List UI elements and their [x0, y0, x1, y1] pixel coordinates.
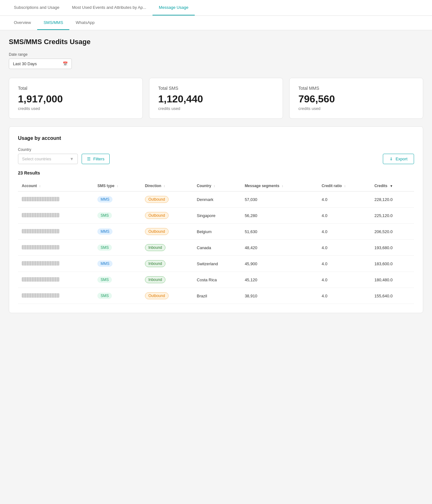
country-select-placeholder: Select countries — [22, 157, 51, 161]
date-range-label: Date range — [9, 52, 423, 57]
usage-section: Usage by account Country Select countrie… — [9, 126, 423, 313]
cell-account — [18, 256, 94, 272]
cell-country: Switzerland — [193, 256, 241, 272]
tab-whatsapp[interactable]: WhatsApp — [69, 16, 101, 30]
col-direction[interactable]: Direction ↕ — [141, 180, 193, 192]
sms-type-badge: MMS — [97, 228, 112, 235]
direction-badge: Outbound — [145, 228, 169, 235]
stat-mms-label: Total MMS — [298, 86, 414, 91]
cell-direction: Outbound — [141, 208, 193, 224]
date-range-group: Date range Last 30 Days 📅 — [9, 52, 423, 69]
cell-direction: Inbound — [141, 240, 193, 256]
chevron-down-icon: ▼ — [70, 157, 74, 161]
sort-icon-credit-ratio: ↕ — [344, 184, 346, 188]
results-count: 23 Results — [18, 170, 414, 175]
usage-section-title: Usage by account — [18, 135, 414, 141]
cell-credits: 183,600.0 — [371, 256, 414, 272]
table-header: Account ↕ SMS type ↕ Direction ↕ Country… — [18, 180, 414, 192]
calendar-icon: 📅 — [63, 61, 68, 66]
tab-overview[interactable]: Overview — [8, 16, 37, 30]
filters-button-label: Filters — [93, 157, 104, 161]
cell-country: Costa Rica — [193, 272, 241, 288]
export-button[interactable]: ⇓ Export — [383, 154, 414, 164]
cell-credit-ratio: 4.0 — [318, 192, 371, 208]
direction-badge: Outbound — [145, 292, 169, 299]
tab-most-used[interactable]: Most Used Events and Attributes by Ap... — [66, 0, 153, 15]
stat-sms-sublabel: credits used — [158, 106, 274, 111]
table-row: SMS Outbound Brazil 38,910 4.0 155,640.0 — [18, 288, 414, 304]
account-blurred — [22, 277, 60, 282]
sms-type-badge: SMS — [97, 277, 112, 283]
tab-sms-mms[interactable]: SMS/MMS — [37, 16, 69, 30]
cell-credit-ratio: 4.0 — [318, 224, 371, 240]
stat-sms-label: Total SMS — [158, 86, 274, 91]
cell-country: Brazil — [193, 288, 241, 304]
export-button-label: Export — [395, 157, 407, 161]
stat-card-total: Total 1,917,000 credits used — [9, 78, 143, 119]
sort-icon-account: ↕ — [39, 184, 41, 188]
date-range-input[interactable]: Last 30 Days 📅 — [9, 59, 72, 69]
cell-message-segments: 56,280 — [241, 208, 318, 224]
cell-sms-type: SMS — [94, 272, 141, 288]
sms-type-badge: MMS — [97, 261, 112, 267]
cell-direction: Inbound — [141, 256, 193, 272]
top-tab-bar: Subscriptions and Usage Most Used Events… — [0, 0, 432, 16]
cell-account — [18, 240, 94, 256]
stat-total-value: 1,917,000 — [18, 93, 134, 105]
country-filter-label: Country — [18, 147, 78, 152]
cell-message-segments: 48,420 — [241, 240, 318, 256]
cell-account — [18, 208, 94, 224]
sms-type-badge: MMS — [97, 196, 112, 203]
tab-message-usage[interactable]: Message Usage — [153, 0, 195, 15]
sms-type-badge: SMS — [97, 212, 112, 219]
stat-mms-sublabel: credits used — [298, 106, 414, 111]
date-range-value: Last 30 Days — [13, 61, 37, 66]
cell-account — [18, 192, 94, 208]
cell-account — [18, 272, 94, 288]
cell-sms-type: SMS — [94, 240, 141, 256]
cell-credits: 228,120.0 — [371, 192, 414, 208]
table-row: MMS Inbound Switzerland 45,900 4.0 183,6… — [18, 256, 414, 272]
col-message-segments[interactable]: Message segments ↕ — [241, 180, 318, 192]
cell-direction: Inbound — [141, 272, 193, 288]
stat-total-label: Total — [18, 86, 134, 91]
col-credit-ratio[interactable]: Credit ratio ↕ — [318, 180, 371, 192]
stats-row: Total 1,917,000 credits used Total SMS 1… — [9, 78, 423, 119]
cell-message-segments: 57,030 — [241, 192, 318, 208]
download-icon: ⇓ — [389, 157, 393, 161]
cell-credit-ratio: 4.0 — [318, 272, 371, 288]
account-blurred — [22, 293, 60, 298]
col-account[interactable]: Account ↕ — [18, 180, 94, 192]
cell-credits: 206,520.0 — [371, 224, 414, 240]
cell-credit-ratio: 4.0 — [318, 240, 371, 256]
col-credits[interactable]: Credits ▼ — [371, 180, 414, 192]
col-country[interactable]: Country ↕ — [193, 180, 241, 192]
col-sms-type[interactable]: SMS type ↕ — [94, 180, 141, 192]
cell-credit-ratio: 4.0 — [318, 208, 371, 224]
table-row: MMS Outbound Belgium 51,630 4.0 206,520.… — [18, 224, 414, 240]
sort-icon-sms-type: ↕ — [117, 184, 118, 188]
cell-direction: Outbound — [141, 288, 193, 304]
cell-credits: 193,680.0 — [371, 240, 414, 256]
cell-message-segments: 38,910 — [241, 288, 318, 304]
page-title: SMS/MMS Credits Usage — [9, 38, 423, 46]
table-body: MMS Outbound Denmark 57,030 4.0 228,120.… — [18, 192, 414, 304]
filter-row: Country Select countries ▼ ☰ Filters ⇓ E… — [18, 147, 414, 164]
stat-mms-value: 796,560 — [298, 93, 414, 105]
sms-type-badge: SMS — [97, 244, 112, 251]
cell-credits: 180,480.0 — [371, 272, 414, 288]
tab-subscriptions[interactable]: Subscriptions and Usage — [8, 0, 66, 15]
cell-credit-ratio: 4.0 — [318, 288, 371, 304]
sort-icon-message-segments: ↕ — [282, 184, 283, 188]
filters-button[interactable]: ☰ Filters — [82, 154, 110, 164]
direction-badge: Outbound — [145, 212, 169, 219]
cell-direction: Outbound — [141, 224, 193, 240]
cell-sms-type: MMS — [94, 256, 141, 272]
cell-credit-ratio: 4.0 — [318, 256, 371, 272]
table-row: SMS Outbound Singapore 56,280 4.0 225,12… — [18, 208, 414, 224]
stat-card-sms: Total SMS 1,120,440 credits used — [149, 78, 283, 119]
cell-country: Belgium — [193, 224, 241, 240]
account-blurred — [22, 245, 60, 249]
sort-icon-direction: ↕ — [164, 184, 165, 188]
country-select[interactable]: Select countries ▼ — [18, 154, 78, 164]
